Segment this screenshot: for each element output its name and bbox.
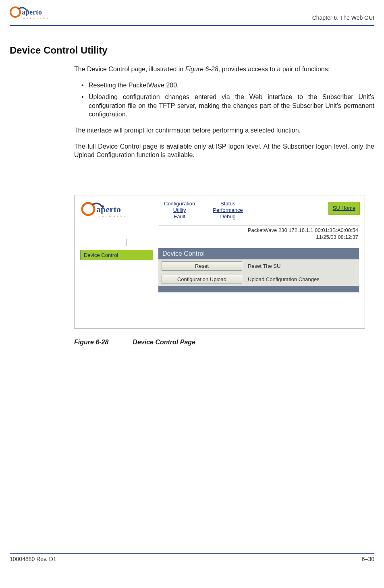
reset-button[interactable]: Reset [162, 261, 242, 271]
caption-title: Device Control Page [133, 339, 195, 346]
section-title: Device Control Utility [10, 45, 374, 56]
panel-title: Device Control [158, 248, 359, 259]
caption-rule [74, 336, 372, 336]
caption-number: Figure 6-28 [74, 339, 108, 346]
figure-screenshot: aperto n e t w o r k s Configuration Uti… [74, 195, 365, 329]
chapter-label: Chapter 6. The Web GUI [312, 14, 374, 21]
nav-link-fault[interactable]: Fault [164, 213, 195, 219]
su-home-button[interactable]: SU Home [328, 202, 360, 215]
device-status-line: PacketWave 230 172.16.1.1 00:01:3B:A0:00… [75, 226, 365, 234]
list-item: Uploading configuration changes entered … [83, 93, 374, 119]
panel-row: Configuration Upload Upload Configuratio… [158, 273, 359, 286]
footer-page-number: 6–30 [362, 556, 374, 562]
body-paragraph: The interface will prompt for confirmati… [74, 126, 374, 135]
brand-logo: aperto n e t w o r k s [10, 5, 58, 21]
footer-rule [10, 553, 374, 554]
header-rule [10, 25, 374, 26]
list-item: Resetting the PacketWave 200. [83, 81, 374, 90]
configuration-upload-description: Upload Configuration Changes [248, 276, 320, 282]
nav-link-performance[interactable]: Performance [213, 207, 243, 213]
figure-logo: aperto n e t w o r k s [81, 200, 145, 220]
nav-link-debug[interactable]: Debug [213, 213, 243, 219]
panel-footer-bar [158, 286, 359, 292]
svg-text:n e t w o r k s: n e t w o r k s [23, 17, 49, 19]
configuration-upload-button[interactable]: Configuration Upload [162, 275, 242, 284]
nav-link-configuration[interactable]: Configuration [164, 201, 195, 207]
figure-caption: Figure 6-28Device Control Page [74, 339, 374, 346]
nav-link-status[interactable]: Status [213, 201, 243, 207]
figure-reference: Figure 6-28 [185, 66, 218, 72]
body-paragraph: The full Device Control page is availabl… [74, 142, 374, 159]
footer-doc-rev: 10004880 Rev. D1 [10, 556, 56, 562]
figure-top-nav: Configuration Utility Fault Status Perfo… [164, 200, 243, 220]
function-list: Resetting the PacketWave 200. Uploading … [74, 81, 374, 119]
nav-link-utility[interactable]: Utility [164, 207, 195, 213]
svg-text:aperto: aperto [96, 204, 121, 214]
sidebar-item-device-control[interactable]: Device Control [80, 250, 153, 260]
figure-sidebar: Device Control [75, 248, 153, 292]
reset-description: Reset The SU [248, 263, 280, 269]
panel-row: Reset Reset The SU [158, 259, 359, 273]
intro-paragraph: The Device Control page, illustrated in … [74, 65, 374, 74]
svg-text:aperto: aperto [22, 8, 42, 16]
svg-text:n e t w o r k s: n e t w o r k s [99, 215, 126, 218]
section-top-rule [10, 42, 374, 42]
